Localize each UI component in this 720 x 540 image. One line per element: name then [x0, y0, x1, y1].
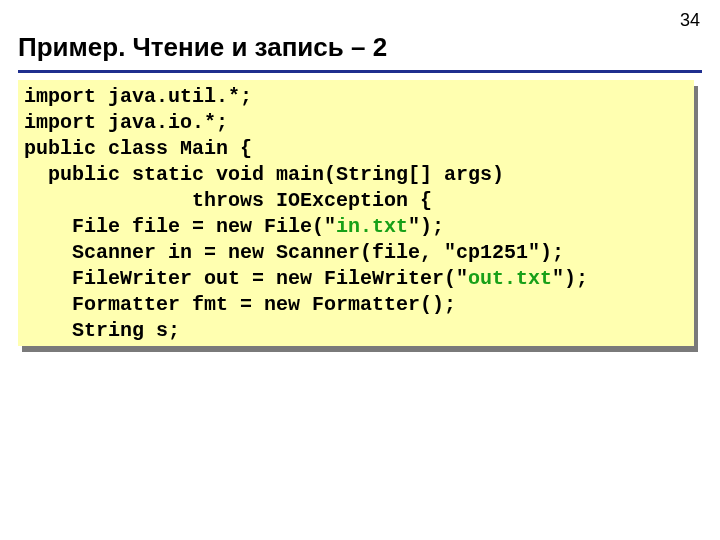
slide-title: Пример. Чтение и запись – 2: [18, 32, 387, 63]
code-line-9: Formatter fmt = new Formatter();: [24, 293, 456, 316]
code-line-6-a: File file = new File(": [24, 215, 336, 238]
code-content: import java.util.*; import java.io.*; pu…: [24, 84, 688, 344]
code-line-1: import java.util.*;: [24, 85, 252, 108]
code-line-2: import java.io.*;: [24, 111, 228, 134]
code-line-8-a: FileWriter out = new FileWriter(": [24, 267, 468, 290]
code-line-10: String s;: [24, 319, 180, 342]
code-line-6-c: ");: [408, 215, 444, 238]
title-rule: [18, 70, 702, 73]
code-line-7: Scanner in = new Scanner(file, "cp1251")…: [24, 241, 564, 264]
code-line-3: public class Main {: [24, 137, 252, 160]
code-line-4: public static void main(String[] args): [24, 163, 504, 186]
code-line-8-c: ");: [552, 267, 588, 290]
code-block: import java.util.*; import java.io.*; pu…: [18, 80, 694, 346]
slide: 34 Пример. Чтение и запись – 2 import ja…: [0, 0, 720, 540]
page-number: 34: [680, 10, 700, 31]
code-line-8-highlight: out.txt: [468, 267, 552, 290]
code-line-6-highlight: in.txt: [336, 215, 408, 238]
code-line-5: throws IOException {: [24, 189, 432, 212]
